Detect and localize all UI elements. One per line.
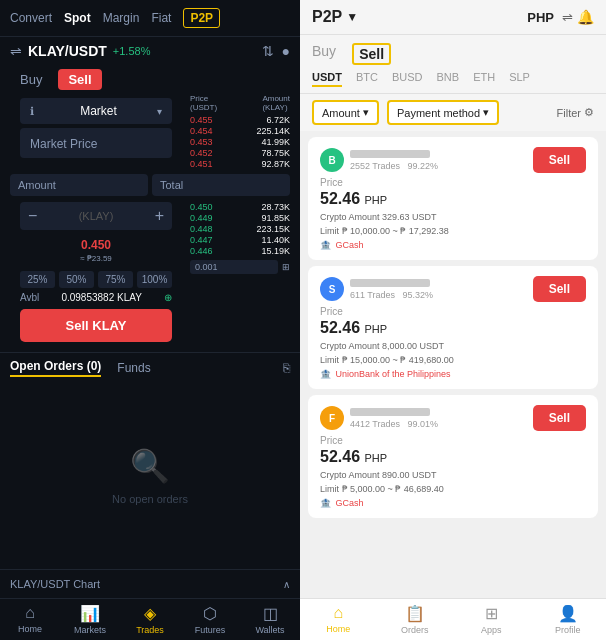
ob-sell-row-2: 0.454 225.14K [190, 126, 290, 136]
seller-3-name-blur [350, 408, 430, 416]
right-home-label: Home [326, 624, 350, 634]
ob-buy-row-2: 0.449 91.85K [190, 213, 290, 223]
right-sell-tab[interactable]: Sell [352, 43, 391, 65]
right-panel: P2P ▼ PHP ⇌ 🔔 Buy Sell USDT BTC BUSD BNB… [300, 0, 606, 640]
market-price-display: Market Price [20, 128, 172, 158]
ob-buy-row-5: 0.446 15.19K [190, 246, 290, 256]
right-nav-profile[interactable]: 👤 Profile [530, 599, 607, 640]
p2p-price-row-1: Price [320, 177, 586, 188]
nav-p2p[interactable]: P2P [183, 8, 220, 28]
sell-klay-button[interactable]: Sell KLAY [20, 309, 172, 342]
sell-action-btn-1[interactable]: Sell [533, 147, 586, 173]
amount-filter-dropdown[interactable]: Amount ▾ [312, 100, 379, 125]
nav-margin[interactable]: Margin [103, 11, 140, 25]
pct-25[interactable]: 25% [20, 271, 55, 288]
ob-sell-amount-4: 78.75K [261, 148, 290, 158]
top-nav: Convert Spot Margin Fiat P2P [0, 0, 300, 37]
p2p-price-1: 52.46 PHP [320, 190, 586, 208]
nav-home[interactable]: ⌂ Home [0, 599, 60, 640]
p2p-details-2: Crypto Amount 8,000.00 USDT Limit ₱ 15,0… [320, 340, 586, 367]
ob-input[interactable]: 0.001 [190, 260, 278, 274]
crypto-tab-bnb[interactable]: BNB [437, 71, 460, 87]
right-buy-tab[interactable]: Buy [312, 43, 336, 65]
seller-3-details: 4412 Trades 99.01% [350, 408, 438, 429]
payment-filter-dropdown[interactable]: Payment method ▾ [387, 100, 499, 125]
p2p-price-row-3: Price [320, 435, 586, 446]
right-profile-label: Profile [555, 625, 581, 635]
minus-button[interactable]: − [28, 207, 37, 225]
pct-100[interactable]: 100% [137, 271, 172, 288]
ob-sell-row-5: 0.451 92.87K [190, 159, 290, 169]
right-orders-label: Orders [401, 625, 429, 635]
sell-action-btn-2[interactable]: Sell [533, 276, 586, 302]
nav-home-label: Home [18, 624, 42, 634]
trades-icon: ◈ [144, 604, 156, 623]
empty-orders-text: No open orders [112, 493, 188, 505]
plus-button[interactable]: + [155, 207, 164, 225]
seller-2-info: S 611 Trades 95.32% [320, 277, 433, 301]
chart-chevron-up-icon: ∧ [283, 579, 290, 590]
copy-icon[interactable]: ⎘ [283, 361, 290, 375]
right-apps-icon: ⊞ [485, 604, 498, 623]
transfer-icon[interactable]: ⇅ [262, 43, 274, 59]
ob-buy-price-5: 0.446 [190, 246, 213, 256]
add-icon[interactable]: ⊕ [164, 292, 172, 303]
currency-selector[interactable]: PHP [527, 10, 554, 25]
pct-50[interactable]: 50% [59, 271, 94, 288]
seller-2-details: 611 Trades 95.32% [350, 279, 433, 300]
p2p-dropdown-icon[interactable]: ▼ [346, 10, 358, 24]
open-orders-tab[interactable]: Open Orders (0) [10, 359, 101, 377]
crypto-tab-usdt[interactable]: USDT [312, 71, 342, 87]
right-home-icon: ⌂ [333, 604, 343, 622]
home-icon: ⌂ [25, 604, 35, 622]
ob-sell-amount-5: 92.87K [261, 159, 290, 169]
chart-bar[interactable]: KLAY/USDT Chart ∧ [0, 569, 300, 598]
nav-wallets[interactable]: ◫ Wallets [240, 599, 300, 640]
swap-icon: ⇌ [10, 43, 22, 59]
ob-sell-price-2: 0.454 [190, 126, 213, 136]
right-nav-apps[interactable]: ⊞ Apps [453, 599, 530, 640]
seller-2-name-blur [350, 279, 430, 287]
bell-icon[interactable]: 🔔 [577, 9, 594, 25]
ob-grid-icon[interactable]: ⊞ [282, 262, 290, 272]
p2p-card-3: F 4412 Trades 99.01% Sell Price 52.46 PH… [308, 395, 598, 518]
orderbook-header: Price(USDT) Amount(KLAY) [190, 94, 290, 112]
crypto-tab-eth[interactable]: ETH [473, 71, 495, 87]
buy-tab[interactable]: Buy [10, 69, 52, 90]
wallets-icon: ◫ [263, 604, 278, 623]
seller-2-stats: 611 Trades 95.32% [350, 290, 433, 300]
nav-trades[interactable]: ◈ Trades [120, 599, 180, 640]
amount-placeholder: (KLAY) [37, 210, 154, 222]
sell-tab[interactable]: Sell [58, 69, 101, 90]
crypto-tab-btc[interactable]: BTC [356, 71, 378, 87]
ob-buy-price-4: 0.447 [190, 235, 213, 245]
order-type-selector[interactable]: ℹ Market ▾ [20, 98, 172, 124]
right-nav-orders[interactable]: 📋 Orders [377, 599, 454, 640]
crypto-tab-slp[interactable]: SLP [509, 71, 530, 87]
funds-tab[interactable]: Funds [117, 361, 150, 375]
amount-input-row: − (KLAY) + [20, 202, 172, 230]
avbl-value: 0.09853882 KLAY [61, 292, 141, 303]
open-orders-row: Open Orders (0) Funds ⎘ [0, 352, 300, 383]
nav-futures-label: Futures [195, 625, 226, 635]
right-buy-sell-tabs: Buy Sell [300, 35, 606, 65]
crypto-tab-busd[interactable]: BUSD [392, 71, 423, 87]
nav-markets[interactable]: 📊 Markets [60, 599, 120, 640]
right-top-bar: P2P ▼ PHP ⇌ 🔔 [300, 0, 606, 35]
bottom-nav: ⌂ Home 📊 Markets ◈ Trades ⬡ Futures ◫ Wa… [0, 598, 300, 640]
market-price-label: Market Price [30, 137, 97, 151]
right-nav-home[interactable]: ⌂ Home [300, 599, 377, 640]
nav-fiat[interactable]: Fiat [151, 11, 171, 25]
nav-convert[interactable]: Convert [10, 11, 52, 25]
p2p-card-2-header: S 611 Trades 95.32% Sell [320, 276, 586, 302]
p2p-price-2: 52.46 PHP [320, 319, 586, 337]
currency-filter-icon[interactable]: ⇌ [562, 10, 573, 25]
pct-75[interactable]: 75% [98, 271, 133, 288]
user-icon[interactable]: ● [282, 43, 290, 59]
sell-action-btn-3[interactable]: Sell [533, 405, 586, 431]
filter-label: Filter [557, 107, 581, 119]
right-profile-icon: 👤 [558, 604, 578, 623]
filter-button[interactable]: Filter ⚙ [557, 106, 594, 119]
nav-spot[interactable]: Spot [64, 11, 91, 25]
nav-futures[interactable]: ⬡ Futures [180, 599, 240, 640]
